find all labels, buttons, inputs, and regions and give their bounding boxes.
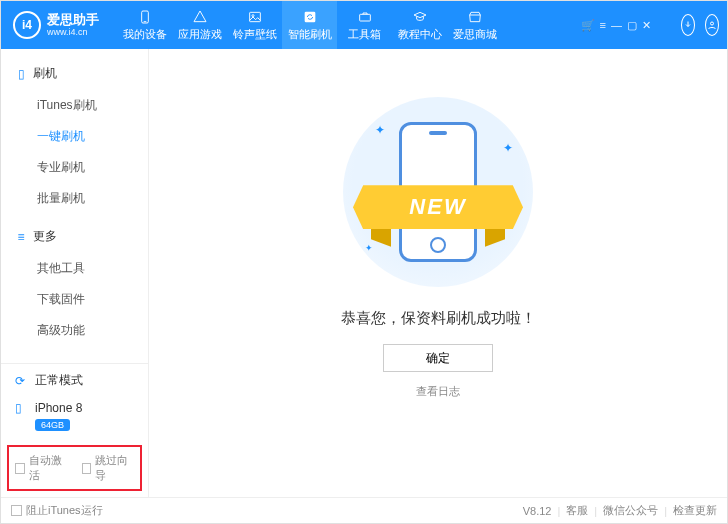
wechat-link[interactable]: 微信公众号 <box>603 503 658 518</box>
skip-setup-checkbox[interactable]: 跳过向导 <box>82 453 135 483</box>
sidebar-item-pro-flash[interactable]: 专业刷机 <box>1 152 148 183</box>
auto-activate-checkbox[interactable]: 自动激活 <box>15 453 68 483</box>
window-controls: 🛒 ≡ — ▢ ✕ <box>581 19 651 32</box>
version-label: V8.12 <box>523 505 552 517</box>
success-message: 恭喜您，保资料刷机成功啦！ <box>341 309 536 328</box>
device-icon: ▯ <box>15 68 27 80</box>
sidebar: ▯ 刷机 iTunes刷机 一键刷机 专业刷机 批量刷机 ≡ 更多 其他工具 下… <box>1 49 149 497</box>
svg-point-6 <box>711 22 714 25</box>
sidebar-item-itunes-flash[interactable]: iTunes刷机 <box>1 90 148 121</box>
menu-icon[interactable]: ≡ <box>600 19 606 31</box>
refresh-icon <box>302 9 318 25</box>
section-label: 更多 <box>33 228 57 245</box>
toolbox-icon <box>357 9 373 25</box>
top-nav: 我的设备 应用游戏 铃声壁纸 智能刷机 工具箱 教程中心 爱思商城 <box>117 1 502 49</box>
nav-label: 铃声壁纸 <box>233 27 277 42</box>
nav-label: 我的设备 <box>123 27 167 42</box>
svg-rect-5 <box>359 14 370 21</box>
minimize-button[interactable]: — <box>611 19 622 31</box>
new-ribbon: NEW <box>353 185 523 229</box>
sidebar-item-advanced[interactable]: 高级功能 <box>1 315 148 346</box>
nav-label: 教程中心 <box>398 27 442 42</box>
sidebar-item-batch-flash[interactable]: 批量刷机 <box>1 183 148 214</box>
sidebar-item-oneclick-flash[interactable]: 一键刷机 <box>1 121 148 152</box>
view-log-link[interactable]: 查看日志 <box>416 384 460 399</box>
nav-label: 爱思商城 <box>453 27 497 42</box>
sparkle-icon: ✦ <box>365 243 373 253</box>
menu-lines-icon: ≡ <box>15 231 27 243</box>
check-update-link[interactable]: 检查更新 <box>673 503 717 518</box>
sparkle-icon: ✦ <box>375 123 385 137</box>
nav-label: 工具箱 <box>348 27 381 42</box>
section-label: 刷机 <box>33 65 57 82</box>
phone-icon <box>137 9 153 25</box>
phone-icon: ▯ <box>15 401 29 415</box>
support-link[interactable]: 客服 <box>566 503 588 518</box>
apps-icon <box>192 9 208 25</box>
header-right: 🛒 ≡ — ▢ ✕ <box>581 14 727 36</box>
sidebar-item-download-firmware[interactable]: 下载固件 <box>1 284 148 315</box>
svg-rect-2 <box>249 12 260 21</box>
sparkle-icon: ✦ <box>503 141 513 155</box>
refresh-icon: ⟳ <box>15 374 29 388</box>
device-row[interactable]: ▯ iPhone 8 <box>1 397 148 417</box>
nav-flash[interactable]: 智能刷机 <box>282 1 337 49</box>
ribbon-text: NEW <box>353 185 523 229</box>
svg-rect-4 <box>304 11 315 22</box>
user-button[interactable] <box>705 14 719 36</box>
nav-label: 应用游戏 <box>178 27 222 42</box>
maximize-button[interactable]: ▢ <box>627 19 637 32</box>
brand-url: www.i4.cn <box>47 27 99 38</box>
main-panel: ✦ ✦ ✦ NEW 恭喜您，保资料刷机成功啦！ 确定 查看日志 <box>149 49 727 497</box>
nav-tutorials[interactable]: 教程中心 <box>392 1 447 49</box>
close-button[interactable]: ✕ <box>642 19 651 32</box>
status-bar: 阻止iTunes运行 V8.12 | 客服 | 微信公众号 | 检查更新 <box>1 497 727 523</box>
mode-row[interactable]: ⟳ 正常模式 <box>1 364 148 397</box>
nav-toolbox[interactable]: 工具箱 <box>337 1 392 49</box>
storage-badge: 64GB <box>35 419 70 431</box>
brand: i4 爱思助手 www.i4.cn <box>1 11 111 39</box>
success-illustration: ✦ ✦ ✦ NEW <box>343 97 533 287</box>
image-icon <box>247 9 263 25</box>
block-itunes-checkbox[interactable]: 阻止iTunes运行 <box>11 503 103 518</box>
brand-name: 爱思助手 <box>47 12 99 28</box>
graduation-icon <box>412 9 428 25</box>
nav-apps[interactable]: 应用游戏 <box>172 1 227 49</box>
nav-label: 智能刷机 <box>288 27 332 42</box>
store-icon <box>467 9 483 25</box>
device-name: iPhone 8 <box>35 401 82 415</box>
sidebar-section-flash[interactable]: ▯ 刷机 <box>1 59 148 88</box>
download-button[interactable] <box>681 14 695 36</box>
app-header: i4 爱思助手 www.i4.cn 我的设备 应用游戏 铃声壁纸 智能刷机 工具… <box>1 1 727 49</box>
sidebar-section-more[interactable]: ≡ 更多 <box>1 222 148 251</box>
options-highlight-box: 自动激活 跳过向导 <box>7 445 142 491</box>
nav-store[interactable]: 爱思商城 <box>447 1 502 49</box>
confirm-button[interactable]: 确定 <box>383 344 493 372</box>
brand-text: 爱思助手 www.i4.cn <box>47 12 99 38</box>
nav-my-devices[interactable]: 我的设备 <box>117 1 172 49</box>
nav-ringtones[interactable]: 铃声壁纸 <box>227 1 282 49</box>
brand-logo-icon: i4 <box>13 11 41 39</box>
cart-icon[interactable]: 🛒 <box>581 19 595 32</box>
sidebar-item-other-tools[interactable]: 其他工具 <box>1 253 148 284</box>
mode-label: 正常模式 <box>35 372 83 389</box>
